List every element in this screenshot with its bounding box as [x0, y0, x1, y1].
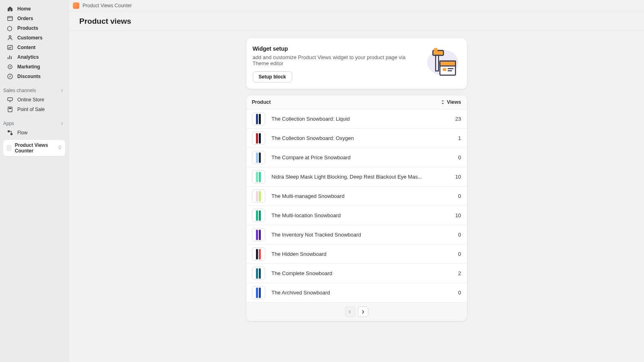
product-name: The Inventory Not Tracked Snowboard	[272, 232, 452, 238]
svg-rect-8	[9, 108, 11, 109]
table-row[interactable]: The Hidden Snowboard0	[246, 245, 467, 264]
svg-point-19	[433, 48, 438, 51]
nav-home[interactable]: Home	[0, 4, 68, 14]
nav-customers[interactable]: Customers	[0, 33, 68, 43]
column-views[interactable]: Views	[440, 99, 461, 105]
current-app-label: Product Views Counter	[15, 142, 58, 154]
product-thumb	[252, 267, 265, 280]
product-thumb	[252, 286, 265, 299]
widget-setup-card: Widget setup add and customize Product V…	[246, 38, 467, 89]
nav-label: Orders	[17, 16, 33, 21]
customers-icon	[7, 35, 13, 41]
apps-header[interactable]: Apps	[0, 119, 68, 128]
nav-label: Marketing	[17, 64, 40, 70]
svg-rect-2	[8, 45, 12, 49]
product-thumb	[252, 228, 265, 241]
pin-icon[interactable]	[58, 145, 62, 151]
nav-orders[interactable]: Orders	[0, 14, 68, 23]
views-value: 23	[452, 116, 461, 122]
subnav-label: Flow	[17, 130, 27, 136]
product-name: The Complete Snowboard	[272, 270, 452, 276]
nav-products[interactable]: Products	[0, 23, 68, 33]
content-icon	[7, 44, 13, 51]
views-value: 0	[452, 251, 461, 257]
views-value: 10	[452, 174, 461, 180]
table-row[interactable]: The Complete Snowboard2	[246, 264, 467, 283]
product-thumb	[252, 209, 265, 222]
nav-discounts[interactable]: Discounts	[0, 72, 68, 81]
table-row[interactable]: Nidra Sleep Mask Light Blocking, Deep Re…	[246, 167, 467, 187]
sales-channels-header[interactable]: Sales channels	[0, 86, 68, 95]
sidebar: HomeOrdersProductsCustomersContentAnalyt…	[0, 0, 69, 362]
widget-illustration	[425, 45, 460, 81]
svg-rect-13	[440, 61, 455, 66]
svg-rect-14	[443, 68, 446, 71]
svg-rect-16	[448, 70, 452, 72]
topbar-app-name: Product Views Counter	[83, 3, 132, 8]
views-value: 0	[452, 290, 461, 296]
table-header: Product Views	[246, 95, 467, 109]
product-thumb	[252, 112, 265, 125]
product-thumb	[252, 189, 265, 203]
product-name: The Collection Snowboard: Oxygen	[272, 135, 452, 141]
views-value: 10	[452, 212, 461, 218]
setup-block-button[interactable]: Setup block	[253, 71, 292, 82]
views-value: 2	[452, 270, 461, 276]
product-name: The Multi-managed Snowboard	[272, 193, 452, 199]
table-row[interactable]: The Archived Snowboard0	[246, 283, 467, 302]
chevron-right-icon	[60, 88, 64, 93]
column-product[interactable]: Product	[252, 99, 441, 105]
product-name: The Multi-location Snowboard	[272, 212, 452, 218]
nav-label: Analytics	[17, 54, 39, 60]
page-title: Product views	[69, 11, 644, 31]
views-value: 1	[452, 135, 461, 141]
svg-rect-18	[436, 56, 438, 71]
topbar: Product Views Counter	[69, 0, 644, 11]
sidebar-current-app[interactable]: Product Views Counter	[3, 140, 65, 156]
main: Product Views Counter Product views Widg…	[69, 0, 644, 362]
apps-label: Apps	[3, 121, 14, 126]
orders-icon	[7, 15, 13, 22]
product-thumb	[252, 151, 265, 164]
table-row[interactable]: The Collection Snowboard: Liquid23	[246, 109, 467, 129]
content-wrap: Widget setup add and customize Product V…	[69, 38, 644, 327]
table-row[interactable]: The Inventory Not Tracked Snowboard0	[246, 225, 467, 245]
svg-rect-7	[8, 107, 12, 112]
subnav-label: Point of Sale	[17, 107, 45, 112]
svg-rect-10	[10, 133, 12, 135]
product-thumb	[252, 247, 265, 261]
svg-point-4	[10, 66, 11, 68]
svg-rect-9	[8, 130, 10, 132]
widget-subtitle: add and customize Product Views widget t…	[253, 54, 420, 66]
subnav-pos[interactable]: Point of Sale	[0, 105, 68, 114]
widget-title: Widget setup	[253, 45, 420, 52]
table-row[interactable]: The Compare at Price Snowboard0	[246, 148, 467, 167]
svg-rect-17	[433, 50, 443, 55]
nav-label: Products	[17, 25, 38, 31]
table-row[interactable]: The Multi-managed Snowboard0	[246, 187, 467, 206]
svg-point-1	[9, 36, 11, 38]
products-table: Product Views The Collection Snowboard: …	[246, 95, 467, 321]
nav-label: Discounts	[17, 74, 41, 79]
nav-content[interactable]: Content	[0, 43, 68, 52]
nav-label: Customers	[17, 35, 43, 41]
pagination	[246, 302, 467, 321]
product-name: Nidra Sleep Mask Light Blocking, Deep Re…	[272, 174, 452, 180]
subnav-flow[interactable]: Flow	[0, 128, 68, 138]
next-page-button[interactable]	[358, 306, 368, 317]
marketing-icon	[7, 64, 13, 70]
app-icon	[73, 2, 79, 9]
chevron-right-icon	[60, 121, 64, 126]
subnav-onlinestore[interactable]: Online Store	[0, 95, 68, 105]
nav-analytics[interactable]: Analytics	[0, 52, 68, 62]
discounts-icon	[7, 73, 13, 80]
sales-channels-label: Sales channels	[3, 88, 36, 93]
product-name: The Archived Snowboard	[272, 290, 452, 296]
table-row[interactable]: The Collection Snowboard: Oxygen1	[246, 129, 467, 148]
table-row[interactable]: The Multi-location Snowboard10	[246, 206, 467, 225]
nav-marketing[interactable]: Marketing	[0, 62, 68, 72]
sort-icon	[440, 100, 445, 105]
product-name: The Compare at Price Snowboard	[272, 154, 452, 160]
views-value: 0	[452, 232, 461, 238]
product-thumb	[252, 170, 265, 183]
